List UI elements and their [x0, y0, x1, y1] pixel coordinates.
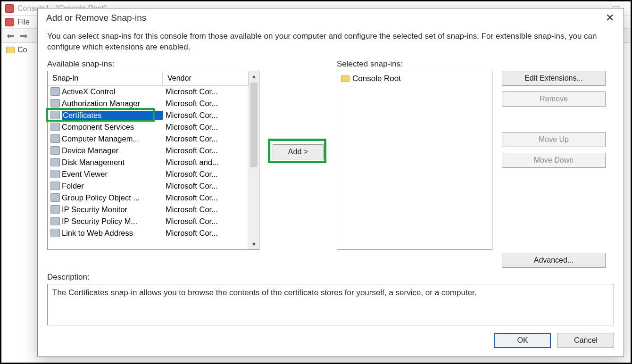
- snapin-vendor: Microsoft Cor...: [163, 146, 249, 155]
- snapin-name: Certificates: [62, 111, 163, 120]
- snapin-name: IP Security Policy M...: [62, 217, 163, 226]
- move-down-button[interactable]: Move Down: [502, 153, 606, 168]
- snapin-icon: [50, 134, 60, 143]
- move-up-button[interactable]: Move Up: [502, 132, 606, 147]
- snapin-icon: [50, 205, 60, 214]
- snapin-row[interactable]: Group Policy Object ...Microsoft Cor...: [48, 192, 249, 204]
- snapin-icon: [50, 87, 60, 96]
- selected-snapins-list[interactable]: Console Root: [337, 71, 492, 250]
- scrollbar[interactable]: ▲ ▼: [249, 71, 259, 249]
- snapin-row[interactable]: CertificatesMicrosoft Cor...: [48, 109, 249, 121]
- snapin-name: Component Services: [62, 123, 163, 132]
- edit-extensions-button[interactable]: Edit Extensions...: [502, 71, 606, 86]
- dialog-footer: OK Cancel: [38, 325, 624, 356]
- add-button[interactable]: Add >: [273, 144, 324, 159]
- close-icon[interactable]: ✕: [603, 11, 617, 25]
- scroll-up-icon[interactable]: ▲: [249, 71, 259, 82]
- available-label: Available snap-ins:: [47, 59, 259, 69]
- snapin-row[interactable]: Computer Managem...Microsoft Cor...: [48, 133, 249, 145]
- snapin-icon: [50, 99, 60, 108]
- dialog-intro: You can select snap-ins for this console…: [47, 31, 614, 53]
- snapin-icon: [50, 123, 60, 131]
- snapin-row[interactable]: Disk ManagementMicrosoft and...: [48, 157, 249, 168]
- snapin-name: ActiveX Control: [62, 87, 163, 96]
- snapin-row[interactable]: Link to Web AddressMicrosoft Cor...: [48, 227, 249, 239]
- ok-button[interactable]: OK: [494, 333, 551, 348]
- forward-icon[interactable]: ➡: [18, 31, 29, 41]
- snapin-name: IP Security Monitor: [62, 205, 163, 214]
- snapin-row[interactable]: Device ManagerMicrosoft Cor...: [48, 145, 249, 157]
- snapin-vendor: Microsoft Cor...: [163, 87, 249, 96]
- folder-icon: [341, 75, 349, 82]
- snapin-vendor: Microsoft Cor...: [163, 99, 249, 108]
- menu-file[interactable]: File: [17, 18, 30, 26]
- snapin-name: Folder: [62, 182, 163, 190]
- mmc-doc-icon: [5, 18, 14, 26]
- snapin-name: Device Manager: [62, 146, 163, 155]
- snapin-icon: [50, 217, 60, 225]
- snapin-icon: [50, 193, 60, 202]
- snapin-row[interactable]: IP Security Policy M...Microsoft Cor...: [48, 215, 249, 227]
- mmc-app-icon: [5, 4, 14, 13]
- available-snapins-list[interactable]: Snap-in Vendor ActiveX ControlMicrosoft …: [47, 71, 259, 250]
- snapin-name: Link to Web Address: [62, 229, 163, 238]
- snapin-row[interactable]: Authorization ManagerMicrosoft Cor...: [48, 98, 249, 109]
- add-remove-snapins-dialog: Add or Remove Snap-ins ✕ You can select …: [37, 8, 624, 357]
- selected-root-row[interactable]: Console Root: [341, 74, 488, 83]
- snapin-row[interactable]: ActiveX ControlMicrosoft Cor...: [48, 86, 249, 98]
- list-header: Snap-in Vendor: [48, 71, 249, 86]
- snapin-name: Authorization Manager: [62, 99, 163, 108]
- snapin-icon: [50, 158, 60, 166]
- tree-root-label: Co: [17, 46, 27, 54]
- snapin-name: Computer Managem...: [62, 134, 163, 143]
- advanced-button[interactable]: Advanced...: [502, 253, 606, 268]
- remove-button[interactable]: Remove: [502, 91, 606, 107]
- snapin-icon: [50, 111, 60, 119]
- snapin-name: Group Policy Object ...: [62, 193, 163, 202]
- description-text: The Certificates snap-in allows you to b…: [52, 288, 477, 297]
- snapin-vendor: Microsoft and...: [163, 158, 249, 167]
- back-icon[interactable]: ⬅: [5, 31, 16, 41]
- folder-icon: [6, 47, 15, 53]
- snapin-vendor: Microsoft Cor...: [163, 134, 249, 143]
- snapin-row[interactable]: Event ViewerMicrosoft Cor...: [48, 168, 249, 180]
- snapin-vendor: Microsoft Cor...: [163, 182, 249, 190]
- snapin-name: Disk Management: [62, 158, 163, 167]
- selected-label: Selected snap-ins:: [337, 59, 492, 69]
- snapin-vendor: Microsoft Cor...: [163, 170, 249, 179]
- description-label: Description:: [47, 273, 614, 282]
- snapin-vendor: Microsoft Cor...: [163, 193, 249, 202]
- snapin-name: Event Viewer: [62, 170, 163, 179]
- header-snapin[interactable]: Snap-in: [48, 71, 163, 85]
- snapin-icon: [50, 182, 60, 190]
- scroll-down-icon[interactable]: ▼: [249, 239, 259, 249]
- dialog-titlebar: Add or Remove Snap-ins ✕: [38, 8, 624, 27]
- description-box: The Certificates snap-in allows you to b…: [47, 284, 614, 325]
- snapin-icon: [50, 229, 60, 237]
- snapin-row[interactable]: FolderMicrosoft Cor...: [48, 180, 249, 192]
- snapin-vendor: Microsoft Cor...: [163, 217, 249, 226]
- scroll-thumb[interactable]: [250, 83, 258, 167]
- snapin-vendor: Microsoft Cor...: [163, 229, 249, 238]
- selected-root-label: Console Root: [352, 74, 401, 83]
- snapin-row[interactable]: Component ServicesMicrosoft Cor...: [48, 121, 249, 133]
- snapin-icon: [50, 170, 60, 178]
- snapin-vendor: Microsoft Cor...: [163, 111, 249, 120]
- dialog-title: Add or Remove Snap-ins: [46, 13, 146, 23]
- snapin-icon: [50, 146, 60, 155]
- snapin-row[interactable]: IP Security MonitorMicrosoft Cor...: [48, 204, 249, 215]
- snapin-vendor: Microsoft Cor...: [163, 205, 249, 214]
- header-vendor[interactable]: Vendor: [163, 71, 249, 85]
- cancel-button[interactable]: Cancel: [557, 333, 614, 348]
- snapin-vendor: Microsoft Cor...: [163, 123, 249, 132]
